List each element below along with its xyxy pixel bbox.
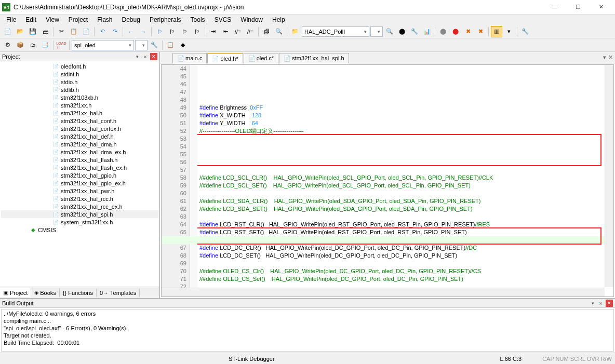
m1-icon[interactable]: ✖ xyxy=(462,26,474,37)
tree-file[interactable]: 📄stm32f1xx_hal_gpio.h xyxy=(1,171,158,179)
redo-icon[interactable]: ↷ xyxy=(109,26,121,37)
menu-project[interactable]: Project xyxy=(64,15,92,24)
nav-fwd-icon[interactable]: → xyxy=(138,26,149,37)
panel-menu-icon[interactable]: ▾ xyxy=(133,53,141,60)
menu-tools[interactable]: Tools xyxy=(186,15,209,24)
editor-tab[interactable]: 📄main.c xyxy=(172,53,207,63)
paste-icon[interactable]: 📄 xyxy=(81,26,92,37)
editor-tab[interactable]: 📄oled.h* xyxy=(207,53,243,63)
tree-file[interactable]: 📄stm32f1xx_hal_dma.h xyxy=(1,140,158,148)
run-icon[interactable]: ⬤ xyxy=(437,26,449,37)
menu-view[interactable]: View xyxy=(42,15,63,24)
config-combo2[interactable] xyxy=(370,26,383,37)
tree-file[interactable]: 📄stdio.h xyxy=(1,78,158,86)
window-split-icon[interactable]: ▥ xyxy=(491,26,502,37)
target-combo[interactable]: spi_oled xyxy=(72,40,134,50)
bookmark-icon[interactable]: 🏳 xyxy=(154,26,165,37)
indent-icon[interactable]: ⇥ xyxy=(207,26,219,37)
tree-file[interactable]: 📄stm32f1xx_hal_rcc.h xyxy=(1,195,158,203)
find-icon[interactable]: 🔍 xyxy=(273,26,285,37)
zoom-icon[interactable]: ▾ xyxy=(503,26,515,37)
project-tree[interactable]: 📄oledfont.h📄stdint.h📄stdio.h📄stdlib.h📄st… xyxy=(0,61,159,287)
target-combo2[interactable] xyxy=(135,40,148,50)
tree-file[interactable]: 📄stm32f1xx_hal_flash_ex.h xyxy=(1,164,158,171)
build-menu-icon[interactable]: ▾ xyxy=(589,300,596,307)
menu-window[interactable]: Window xyxy=(236,15,267,24)
menu-flash[interactable]: Flash xyxy=(93,15,116,24)
new-file-icon[interactable]: 📄 xyxy=(2,26,14,37)
horizontal-scrollbar[interactable] xyxy=(162,288,605,296)
load-icon[interactable]: LOAD↓↓ xyxy=(56,39,67,51)
cut-icon[interactable]: ✂ xyxy=(56,26,67,37)
tree-file[interactable]: 📄stm32f1xx_hal_cortex.h xyxy=(1,125,158,132)
m2-icon[interactable]: ✖ xyxy=(475,26,486,37)
manage-icon[interactable]: 📋 xyxy=(165,39,176,51)
tree-file[interactable]: 📄stm32f1xx_hal_flash.h xyxy=(1,156,158,164)
tree-file[interactable]: 📄oledfont.h xyxy=(1,62,158,70)
undo-icon[interactable]: ↶ xyxy=(97,26,108,37)
fold-margin[interactable] xyxy=(190,65,197,296)
tab-menu-icon[interactable]: ▾ xyxy=(603,54,606,61)
bookmark-next-icon[interactable]: 🏳 xyxy=(179,26,190,37)
tree-file[interactable]: 📄stdlib.h xyxy=(1,86,158,93)
build-close-icon[interactable]: ✕ xyxy=(606,300,613,307)
open-icon[interactable]: 📂 xyxy=(15,26,26,37)
uncomment-icon[interactable]: //≡ xyxy=(245,26,256,37)
close-button[interactable]: ✕ xyxy=(590,0,613,15)
target-options-icon[interactable]: 🔧 xyxy=(149,39,160,51)
code-body[interactable]: #define Brightness 0xFF#define X_WIDTH 1… xyxy=(197,65,613,296)
batch-icon[interactable]: 📑 xyxy=(39,39,51,51)
minimize-button[interactable]: — xyxy=(543,0,566,15)
breakpoint-icon[interactable]: ⬤ xyxy=(396,26,408,37)
project-tab-functions[interactable]: {}Functions xyxy=(60,289,97,297)
rebuild-icon[interactable]: 🗂 xyxy=(27,39,38,51)
build-pin-icon[interactable]: ⨯ xyxy=(597,300,605,307)
tree-file[interactable]: 📄stm32f1xx.h xyxy=(1,101,158,109)
comment-icon[interactable]: //≡ xyxy=(232,26,244,37)
outdent-icon[interactable]: ⇤ xyxy=(220,26,231,37)
tree-file[interactable]: 📄stm32f1xx_hal_rcc_ex.h xyxy=(1,203,158,210)
project-tab-project[interactable]: ▣Project xyxy=(0,288,31,297)
find-files-icon[interactable]: 🗐 xyxy=(261,26,272,37)
maximize-button[interactable]: ☐ xyxy=(566,0,590,15)
editor-tab[interactable]: 📄oled.c* xyxy=(244,53,279,63)
panel-pin-icon[interactable]: ⨯ xyxy=(142,53,149,60)
tree-file[interactable]: 📄stm32f103xb.h xyxy=(1,93,158,101)
tab-close-icon[interactable]: ✕ xyxy=(608,54,613,61)
copy-icon[interactable]: 📋 xyxy=(68,26,79,37)
editor-tab[interactable]: 📄stm32f1xx_hal_spi.h xyxy=(279,53,349,63)
build-output-text[interactable]: ..\MyFile\oled.c: 0 warnings, 6 errorsco… xyxy=(1,309,614,352)
tree-file[interactable]: 📄stm32f1xx_hal_def.h xyxy=(1,132,158,140)
project-tab-books[interactable]: ◈Books xyxy=(31,288,60,297)
menu-help[interactable]: Help xyxy=(268,15,289,24)
vertical-scrollbar[interactable] xyxy=(605,65,613,287)
tree-file[interactable]: 📄stm32f1xx_hal_dma_ex.h xyxy=(1,148,158,156)
code-editor[interactable]: 4445464748495051525354555657585960616263… xyxy=(161,64,614,297)
save-icon[interactable]: 💾 xyxy=(27,26,38,37)
translate-icon[interactable]: ⚙ xyxy=(2,39,14,51)
debug-icon[interactable]: 🔍 xyxy=(384,26,395,37)
tree-group[interactable]: ◆CMSIS xyxy=(1,226,158,234)
tree-file[interactable]: 📄stm32f1xx_hal_pwr.h xyxy=(1,187,158,195)
tree-file[interactable]: 📄stm32f1xx_hal_spi.h xyxy=(1,210,158,218)
flash-icon[interactable]: ◆ xyxy=(177,39,189,51)
tree-file[interactable]: 📄stm32f1xx_hal.h xyxy=(1,109,158,117)
tree-file[interactable]: 📄stdint.h xyxy=(1,70,158,78)
build-icon[interactable]: 📦 xyxy=(15,39,26,51)
menu-debug[interactable]: Debug xyxy=(118,15,144,24)
nav-back-icon[interactable]: ← xyxy=(125,26,137,37)
project-tab-templates[interactable]: 0→Templates xyxy=(97,289,140,297)
save-all-icon[interactable]: 🗃 xyxy=(39,26,51,37)
folder-icon[interactable]: 📁 xyxy=(289,26,301,37)
panel-close-icon[interactable]: ✕ xyxy=(150,53,157,60)
menu-svcs[interactable]: SVCS xyxy=(210,15,236,24)
tree-file[interactable]: 📄stm32f1xx_hal_gpio_ex.h xyxy=(1,179,158,187)
wrench-icon[interactable]: 🔧 xyxy=(519,26,531,37)
config-combo[interactable]: HAL_ADC_PollI xyxy=(302,26,369,37)
menu-edit[interactable]: Edit xyxy=(21,15,41,24)
analyze-icon[interactable]: 📊 xyxy=(421,26,433,37)
menu-file[interactable]: File xyxy=(2,15,20,24)
tree-file[interactable]: 📄system_stm32f1xx.h xyxy=(1,218,158,226)
stop-icon[interactable]: ⬤ xyxy=(450,26,461,37)
bookmark-clear-icon[interactable]: 🏳 xyxy=(191,26,203,37)
